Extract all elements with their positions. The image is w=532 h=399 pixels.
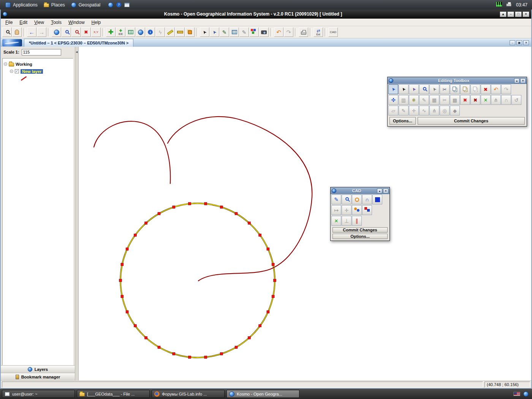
vertex-handle[interactable] — [126, 248, 128, 250]
cad-draw-line-button[interactable]: ✎ — [331, 195, 341, 204]
menu-file[interactable]: File — [2, 19, 16, 26]
restore-frame-button[interactable]: ▣ — [516, 40, 522, 45]
file-manager-window-task-button[interactable]: [___GEOdata___ - File ... — [77, 390, 150, 398]
extensions-button[interactable]: ⇄Ext — [314, 27, 323, 37]
close-button[interactable]: ✕ — [383, 188, 388, 193]
layer-style-row[interactable] — [4, 75, 72, 82]
vertex-handle[interactable] — [272, 263, 274, 266]
edit-geometry-button[interactable]: ✎ — [419, 95, 429, 105]
vertex-handle[interactable] — [267, 310, 269, 313]
move-feature-button[interactable]: ✜ — [388, 95, 398, 105]
redo-edit-button[interactable]: ↷ — [501, 84, 511, 94]
quick-edit-button[interactable]: ϟ — [155, 27, 165, 37]
zoom-full-extent-button[interactable] — [52, 27, 61, 37]
shade-button[interactable]: ▲ — [500, 11, 507, 17]
keyboard-layout-flag-icon[interactable] — [513, 392, 520, 396]
vertex-handle[interactable] — [173, 353, 175, 355]
zoom-next-button[interactable]: → — [37, 27, 46, 37]
select-by-query-button[interactable]: ➤ — [210, 27, 219, 37]
vertex-handle[interactable] — [248, 222, 250, 225]
pan-button[interactable] — [12, 27, 22, 37]
system-monitor-tray-icon[interactable] — [496, 2, 502, 8]
menu-view[interactable]: View — [31, 19, 47, 26]
paste-button[interactable] — [460, 84, 470, 94]
vertex-handle[interactable] — [204, 203, 207, 205]
select-feature-button[interactable]: ➤ — [388, 84, 398, 94]
vertex-handle[interactable] — [188, 356, 191, 358]
cad-two-squares-button[interactable] — [362, 205, 372, 215]
bookmark-manager-tab[interactable]: Bookmark manager — [1, 373, 75, 380]
cad-offset-button[interactable]: ↦ — [331, 205, 341, 215]
edit-polygon-button[interactable]: ▱ — [388, 106, 398, 116]
vertex-handle[interactable] — [204, 356, 207, 358]
zoom-button[interactable] — [2, 27, 12, 37]
layer-row[interactable]: New layer — [4, 68, 72, 75]
print-queue-tray-icon[interactable] — [506, 2, 511, 8]
cad-measure-button[interactable]: ✕ — [331, 216, 341, 226]
line-feature-2[interactable] — [168, 117, 312, 281]
node-snap-button[interactable]: ◎ — [440, 106, 450, 116]
title-bar[interactable]: Kosmo - Open Geographical Information Sy… — [1, 10, 531, 19]
geospatial-menu[interactable]: Geospatial — [68, 2, 103, 8]
cad-arc-button[interactable]: ∩ — [362, 195, 372, 204]
xy-coordinates-button[interactable]: X,Y — [91, 27, 101, 37]
vertex-handle[interactable] — [259, 325, 261, 327]
minimize-button[interactable]: – — [507, 11, 514, 17]
matrix-copy-button[interactable]: ▦ — [429, 95, 439, 105]
pin-button[interactable]: ▴ — [514, 78, 519, 83]
editing-toolbox-titlebar[interactable]: Editing Toolbox ▴✕ — [388, 77, 527, 84]
check-geometry-button[interactable]: ✕ — [481, 95, 491, 105]
vertex-handle[interactable] — [134, 234, 136, 236]
cut-button[interactable]: ✂ — [440, 84, 450, 94]
mirror-feature-button[interactable]: ▥ — [399, 95, 408, 105]
vertex-handle[interactable] — [121, 295, 124, 298]
zoom-window-button[interactable] — [62, 27, 71, 37]
select-vertex-button[interactable]: ➤ — [409, 84, 419, 94]
cad-perpendicular-button[interactable]: ⊥ — [342, 216, 352, 226]
layer-expand-toggle-icon[interactable] — [10, 70, 13, 73]
menu-window[interactable]: Window — [65, 19, 88, 26]
symbology-button[interactable] — [249, 27, 259, 37]
add-ide-layer-button[interactable]: ✚IDE — [116, 27, 125, 37]
redo-button[interactable]: ↷ — [284, 27, 293, 37]
draw-polyline-button[interactable]: ∿ — [419, 106, 429, 116]
delete-button[interactable]: ✖ — [481, 84, 491, 94]
rotate-feature-button[interactable]: ✵ — [409, 95, 419, 105]
feature-info-button[interactable]: ➤ — [429, 84, 439, 94]
expand-toggle-icon[interactable] — [4, 62, 7, 66]
network-globe-icon[interactable] — [523, 391, 529, 397]
vertex-handle[interactable] — [158, 346, 160, 348]
add-layer-button[interactable]: ✚ — [106, 27, 116, 37]
add-table-button[interactable] — [126, 27, 135, 37]
undo-edit-button[interactable]: ↶ — [491, 84, 501, 94]
undo-button[interactable]: ↶ — [274, 27, 283, 37]
cad-panel-titlebar[interactable]: CAD ▴✕ — [331, 187, 390, 194]
vertex-handle[interactable] — [173, 206, 175, 208]
vertex-handle[interactable] — [267, 248, 269, 250]
places-menu[interactable]: Places — [41, 2, 68, 8]
vertex-handle[interactable] — [134, 325, 136, 327]
zoom-previous-button[interactable]: ← — [27, 27, 36, 37]
cad-commit-changes-button[interactable]: Commit Changes — [332, 227, 388, 233]
cad-panel[interactable]: CAD ▴✕ ✎∩ ↦✛ ✕⊥∥ Commit Changes Options.… — [330, 187, 390, 241]
cad-options-button[interactable]: Options... — [332, 234, 388, 239]
kosmo-launcher-button[interactable] — [108, 2, 113, 8]
copy-button[interactable] — [450, 84, 460, 94]
vertex-handle[interactable] — [158, 212, 160, 215]
vertex-handle[interactable] — [126, 310, 128, 313]
cad-toggle-button[interactable]: CAD — [328, 27, 338, 37]
vertex-handle[interactable] — [235, 346, 238, 348]
pin-button[interactable]: ▴ — [377, 188, 382, 193]
measure-area-button[interactable] — [175, 27, 185, 37]
vertex-handle[interactable] — [220, 353, 223, 355]
editing-toolbox-panel[interactable]: Editing Toolbox ▴✕ ➤➤➤➤✂✖↶↷ ✜▥✵✎▦✂▩✖✖✕⋔∩… — [387, 77, 527, 127]
add-catalog-button[interactable] — [136, 27, 145, 37]
cad-fill-button[interactable] — [372, 195, 382, 204]
vertex-handle[interactable] — [145, 336, 147, 339]
screenshot-tool-button[interactable] — [124, 3, 130, 7]
document-tab[interactable]: *Untitled – 1 < EPSG:23030 – ED50/UTMzon… — [24, 39, 133, 47]
firefox-window-task-button[interactable]: Форумы GIS-Lab.info ... — [152, 390, 225, 398]
vertex-handle[interactable] — [235, 212, 238, 215]
maximize-button[interactable]: □ — [515, 11, 522, 17]
explode-feature-button[interactable]: ✖ — [460, 95, 470, 105]
